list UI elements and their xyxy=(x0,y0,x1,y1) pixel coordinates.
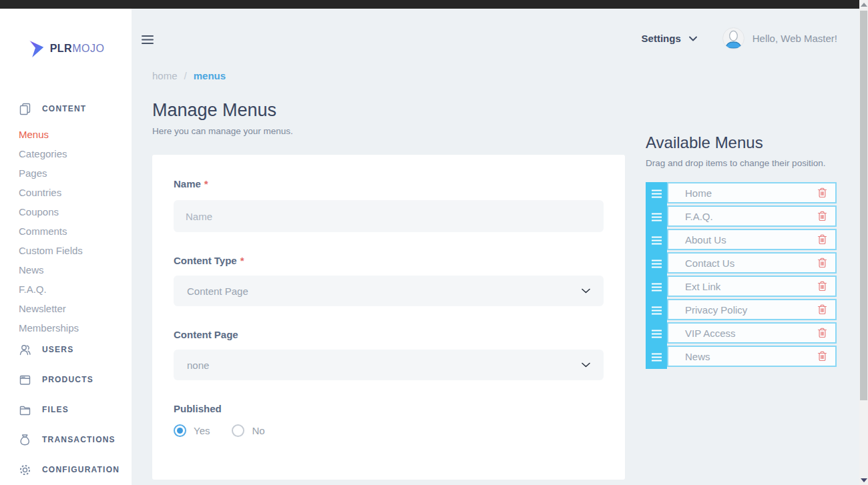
sidebar-item-coupons[interactable]: Coupons xyxy=(19,202,132,221)
menu-form-card: Name* Content Type* Content Page Content… xyxy=(152,155,625,480)
breadcrumb-separator: / xyxy=(184,70,187,81)
sidebar-section-label: TRANSACTIONS xyxy=(42,435,116,444)
sidebar-item-menus[interactable]: Menus xyxy=(19,125,132,144)
drag-handle[interactable] xyxy=(646,346,667,369)
content-page-select[interactable]: none xyxy=(174,350,604,380)
drag-handle[interactable] xyxy=(646,276,667,299)
published-no-label: No xyxy=(252,425,264,436)
trash-icon[interactable] xyxy=(817,304,827,315)
scrollbar-thumb[interactable] xyxy=(860,11,867,400)
menu-item[interactable]: About Us xyxy=(667,229,837,250)
main-content: Settings Hello, Web Master! home/menus M… xyxy=(132,9,859,485)
chevron-down-icon xyxy=(582,288,590,294)
sidebar-section-label: CONFIGURATION xyxy=(42,465,120,474)
trash-icon[interactable] xyxy=(817,211,827,221)
sidebar-item-pages[interactable]: Pages xyxy=(19,163,132,183)
sidebar-item-countries[interactable]: Countries xyxy=(19,183,132,202)
menu-row-contact-us: Contact Us xyxy=(646,252,837,276)
menu-item-label: Home xyxy=(685,187,817,199)
drag-handle[interactable] xyxy=(646,252,667,276)
breadcrumb: home/menus xyxy=(152,70,226,81)
app-logo[interactable]: PLRMOJO xyxy=(0,39,132,58)
drag-handle[interactable] xyxy=(646,299,667,322)
available-menus-list: Home F.A.Q. About Us xyxy=(646,182,837,369)
users-icon xyxy=(19,344,31,356)
sidebar-item-memberships[interactable]: Memberships xyxy=(19,318,132,338)
menu-row-ext-link: Ext Link xyxy=(646,276,837,299)
sidebar-section-content[interactable]: CONTENT xyxy=(19,102,132,115)
trash-icon[interactable] xyxy=(817,281,827,292)
drag-handle-icon xyxy=(651,353,662,362)
scrollbar-down-arrow[interactable] xyxy=(861,478,867,482)
menu-item-label: F.A.Q. xyxy=(685,211,817,222)
trash-icon[interactable] xyxy=(817,328,827,338)
menu-row-vip-access: VIP Access xyxy=(646,322,837,346)
sidebar-section-label: CONTENT xyxy=(42,104,86,113)
page-scrollbar[interactable] xyxy=(859,0,868,485)
menu-item[interactable]: Home xyxy=(667,182,837,203)
settings-dropdown[interactable]: Settings xyxy=(642,33,697,44)
sidebar-section-transactions[interactable]: TRANSACTIONS xyxy=(19,433,132,446)
name-label: Name* xyxy=(174,177,604,191)
menu-item[interactable]: Privacy Policy xyxy=(667,299,837,320)
drag-handle-icon xyxy=(651,189,662,198)
top-black-bar xyxy=(0,0,859,9)
drag-handle[interactable] xyxy=(646,182,667,205)
sidebar-item-custom-fields[interactable]: Custom Fields xyxy=(19,241,132,260)
drag-handle[interactable] xyxy=(646,205,667,229)
menu-item[interactable]: F.A.Q. xyxy=(667,205,837,227)
content-page-select-value: none xyxy=(187,360,209,371)
settings-label: Settings xyxy=(642,33,681,44)
sidebar-section-configuration[interactable]: CONFIGURATION xyxy=(19,463,132,476)
sidebar-section-files[interactable]: FILES xyxy=(19,403,132,416)
trash-icon[interactable] xyxy=(817,234,827,245)
greeting-text: Hello, Web Master! xyxy=(752,33,837,44)
gear-icon xyxy=(19,464,31,476)
breadcrumb-home-link[interactable]: home xyxy=(152,70,178,81)
published-yes-label: Yes xyxy=(194,425,210,436)
drag-handle[interactable] xyxy=(646,229,667,252)
trash-icon[interactable] xyxy=(817,351,827,362)
logo-text-bold: PLR xyxy=(50,43,73,54)
menu-item[interactable]: Contact Us xyxy=(667,252,837,274)
menu-item[interactable]: News xyxy=(667,346,837,367)
sidebar-item-comments[interactable]: Comments xyxy=(19,221,132,241)
sidebar-item-newsletter[interactable]: Newsletter xyxy=(19,299,132,318)
required-asterisk: * xyxy=(240,255,244,266)
trash-icon[interactable] xyxy=(817,258,827,268)
drag-handle-icon xyxy=(651,306,662,315)
breadcrumb-current[interactable]: menus xyxy=(194,70,226,81)
drag-handle[interactable] xyxy=(646,322,667,346)
sidebar-section-label: PRODUCTS xyxy=(42,375,93,384)
published-radio-group: Yes No xyxy=(174,424,604,437)
sidebar-item-faq[interactable]: F.A.Q. xyxy=(19,280,132,299)
sidebar-item-news[interactable]: News xyxy=(19,260,132,280)
sidebar-section-label: USERS xyxy=(42,345,73,354)
scrollbar-up-arrow[interactable] xyxy=(861,3,867,7)
menu-item[interactable]: VIP Access xyxy=(667,322,837,344)
sidebar-content-items: Menus Categories Pages Countries Coupons… xyxy=(19,125,132,338)
sidebar-section-label: FILES xyxy=(42,405,69,414)
menu-item[interactable]: Ext Link xyxy=(667,276,837,297)
drag-handle-icon xyxy=(651,260,662,268)
user-avatar-icon xyxy=(723,29,744,49)
name-input[interactable] xyxy=(174,200,604,232)
folder-icon xyxy=(19,404,31,416)
available-menus-panel: Available Menus Drag and drop items to c… xyxy=(646,133,837,369)
content-type-select-value: Content Page xyxy=(187,286,248,297)
content-type-select[interactable]: Content Page xyxy=(174,276,604,306)
logo-text-light: MOJO xyxy=(72,43,104,54)
avatar[interactable] xyxy=(722,27,744,49)
sidebar-toggle-hamburger-icon[interactable] xyxy=(142,35,154,47)
published-no-radio[interactable] xyxy=(232,424,244,437)
sidebar-section-products[interactable]: PRODUCTS xyxy=(19,373,132,386)
menu-item-label: VIP Access xyxy=(685,328,817,339)
sidebar-section-users[interactable]: USERS xyxy=(19,343,132,356)
trash-icon[interactable] xyxy=(817,187,827,198)
available-menus-title: Available Menus xyxy=(646,133,837,152)
drag-handle-icon xyxy=(651,236,662,245)
published-yes-radio[interactable] xyxy=(174,424,186,437)
chevron-down-icon xyxy=(582,362,590,368)
logo-arrow-icon xyxy=(27,39,45,58)
sidebar-item-categories[interactable]: Categories xyxy=(19,144,132,163)
